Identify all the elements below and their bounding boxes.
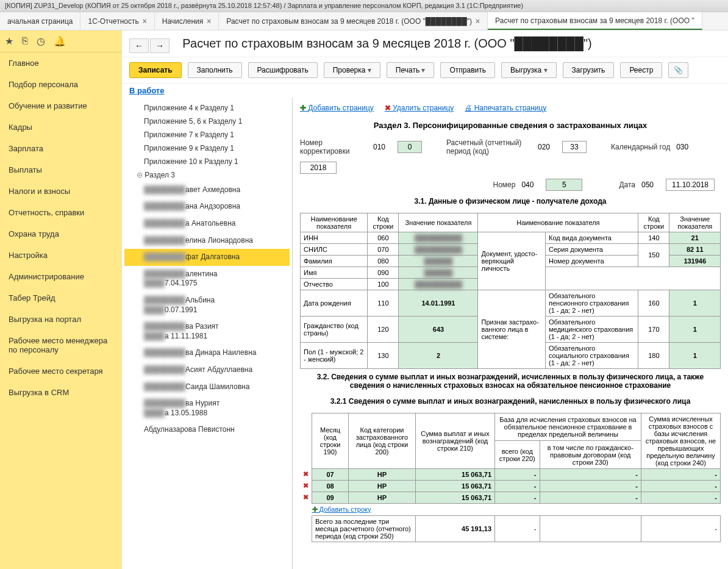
add-page-link[interactable]: Добавить страницу xyxy=(300,104,374,112)
tree-person[interactable]: ████████алентина████7.04.1975 xyxy=(124,266,290,292)
tab-start[interactable]: ачальная страница xyxy=(0,12,80,30)
sub-31-title: 3.1. Данные о физическом лице - получате… xyxy=(300,193,721,209)
year-input[interactable] xyxy=(300,162,337,174)
tree-person[interactable]: ████████ана Андзоровна xyxy=(124,198,290,215)
sidebar-item-crm[interactable]: Выгрузка в CRM xyxy=(0,382,121,403)
sidebar-item-manager[interactable]: Рабочее место менеджера по персоналу xyxy=(0,330,121,360)
corr-code: 010 xyxy=(373,143,391,151)
sidebar-item-portal[interactable]: Выгрузка на портал xyxy=(0,309,121,330)
tree-person[interactable]: ████████ва Разият████а 11.11.1981 xyxy=(124,318,290,345)
sidebar-item-salary[interactable]: Зарплата xyxy=(0,138,121,159)
sub-321-title: 3.2.1 Сведения о сумме выплат и иных воз… xyxy=(300,393,721,409)
decode-button[interactable]: Расшифровать xyxy=(248,62,318,78)
send-button[interactable]: Отправить xyxy=(440,62,495,78)
print-page-link[interactable]: Напечатать страницу xyxy=(465,104,546,112)
check-button[interactable]: Проверка xyxy=(324,62,380,78)
num-code: 040 xyxy=(521,181,540,189)
clipboard-icon[interactable]: ⎘ xyxy=(22,35,28,47)
tree-person[interactable]: ████████Саида Шамиловна xyxy=(124,379,290,396)
tree-item[interactable]: Приложение 10 к Разделу 1 xyxy=(124,155,290,168)
date-label: Дата xyxy=(619,181,635,189)
tree-person[interactable]: ████████ва Нурият████а 13.05.1988 xyxy=(124,395,290,421)
num-label: Номер xyxy=(493,181,515,189)
fill-button[interactable]: Заполнить xyxy=(188,62,242,78)
sidebar-item-hr[interactable]: Кадры xyxy=(0,116,121,138)
add-row-link[interactable]: Добавить строку xyxy=(312,506,371,513)
date-code: 050 xyxy=(641,181,660,189)
delete-row-icon[interactable]: ✖ xyxy=(300,468,312,480)
sidebar-item-settings[interactable]: Настройка xyxy=(0,245,121,266)
forward-button[interactable]: → xyxy=(150,38,170,53)
toolbar: Записать Заполнить Расшифровать Проверка… xyxy=(122,57,728,84)
sidebar-item-admin[interactable]: Администрирование xyxy=(0,266,121,287)
sidebar-item-taxes[interactable]: Налоги и взносы xyxy=(0,181,121,202)
sidebar-item-secretary[interactable]: Рабочее место секретаря xyxy=(0,360,121,382)
table-321: Месяц (код строки 190) Код категории зас… xyxy=(300,413,721,542)
delete-row-icon[interactable]: ✖ xyxy=(300,492,312,503)
period-input[interactable] xyxy=(562,141,587,153)
close-icon[interactable]: × xyxy=(476,17,480,26)
tree-item[interactable]: Приложение 4 к Разделу 1 xyxy=(124,101,290,115)
tree-person[interactable]: ████████елина Лионардовна xyxy=(124,232,290,249)
date-input[interactable] xyxy=(666,179,715,191)
tree-person-selected[interactable]: ████████фат Далгатовна xyxy=(124,249,290,266)
sidebar: ★ ⎘ ◷ 🔔 Главное Подбор персонала Обучени… xyxy=(0,30,122,569)
export-button[interactable]: Выгрузка xyxy=(501,62,557,78)
delete-page-link[interactable]: Удалить страницу xyxy=(385,104,454,112)
back-button[interactable]: ← xyxy=(129,38,149,53)
tree-person[interactable]: ████████авет Ахмедовна xyxy=(124,182,290,199)
tab-calc-2[interactable]: Расчет по страховым взносам за 9 месяцев… xyxy=(488,12,702,30)
tree-item[interactable]: Приложение 9 к Разделу 1 xyxy=(124,141,290,155)
attach-button[interactable]: 📎 xyxy=(668,62,688,78)
tree-person[interactable]: Абдулназарова Певистонн xyxy=(124,421,290,438)
registry-button[interactable]: Реестр xyxy=(620,62,662,78)
status-link[interactable]: В работе xyxy=(122,84,728,98)
sidebar-item-learning[interactable]: Обучение и развитие xyxy=(0,95,121,116)
bell-icon[interactable]: 🔔 xyxy=(54,35,66,47)
sidebar-item-reports[interactable]: Отчетность, справки xyxy=(0,202,121,223)
num-input[interactable] xyxy=(546,179,582,191)
save-button[interactable]: Записать xyxy=(129,62,182,78)
close-icon[interactable]: × xyxy=(143,17,147,26)
tree-panel: Приложение 4 к Разделу 1 Приложение 5, 6… xyxy=(122,98,293,569)
tab-accruals[interactable]: Начисления× xyxy=(155,12,219,30)
tree-person[interactable]: ████████Альбина████0.07.1991 xyxy=(124,292,290,318)
delete-row-icon[interactable]: ✖ xyxy=(300,480,312,492)
sidebar-item-taber[interactable]: Табер Трейд xyxy=(0,287,121,309)
window-title: [КОПИЯ] ZUP31_Develop (КОПИЯ от 25 октяб… xyxy=(0,0,728,12)
section-3-title: Раздел 3. Персонифицированные сведения о… xyxy=(300,117,721,136)
tabs-row: ачальная страница 1С-Отчетность× Начисле… xyxy=(0,12,728,30)
period-code: 020 xyxy=(538,143,556,151)
tree-person[interactable]: ████████а Анатольевна xyxy=(124,215,290,232)
sidebar-item-main[interactable]: Главное xyxy=(0,52,121,74)
tree-item[interactable]: Приложение 7 к Разделу 1 xyxy=(124,128,290,141)
close-icon[interactable]: × xyxy=(207,17,211,26)
year-label: Календарный год xyxy=(611,143,670,151)
corr-input[interactable] xyxy=(398,141,422,153)
tab-1c-report[interactable]: 1С-Отчетность× xyxy=(80,12,154,30)
page-title: Расчет по страховым взносам за 9 месяцев… xyxy=(182,37,591,50)
tab-calc-1[interactable]: Расчет по страховым взносам за 9 месяцев… xyxy=(219,12,488,30)
sidebar-item-recruit[interactable]: Подбор персонала xyxy=(0,74,121,95)
tree-person[interactable]: ████████ва Динара Наилевна xyxy=(124,345,290,362)
print-button[interactable]: Печать xyxy=(387,62,435,78)
load-button[interactable]: Загрузить xyxy=(563,62,615,78)
form-panel: Добавить страницу Удалить страницу Напеч… xyxy=(293,98,728,569)
tree-person[interactable]: ████████Асият Абдуллаевна xyxy=(124,362,290,379)
tree-item[interactable]: Приложение 5, 6 к Разделу 1 xyxy=(124,115,290,128)
corr-label: Номер корректировки xyxy=(300,138,367,156)
table-31: Наименование показателяКод строкиЗначени… xyxy=(300,213,721,369)
tree-section-3[interactable]: Раздел 3 xyxy=(124,168,290,182)
period-label: Расчетный (отчетный) период (код) xyxy=(446,138,532,156)
star-icon[interactable]: ★ xyxy=(5,35,13,47)
sub-32-title: 3.2. Сведения о сумме выплат и иных возн… xyxy=(300,369,721,393)
year-code: 030 xyxy=(676,143,694,151)
clock-icon[interactable]: ◷ xyxy=(37,35,45,47)
sidebar-item-safety[interactable]: Охрана труда xyxy=(0,223,121,245)
sidebar-item-payments[interactable]: Выплаты xyxy=(0,159,121,181)
